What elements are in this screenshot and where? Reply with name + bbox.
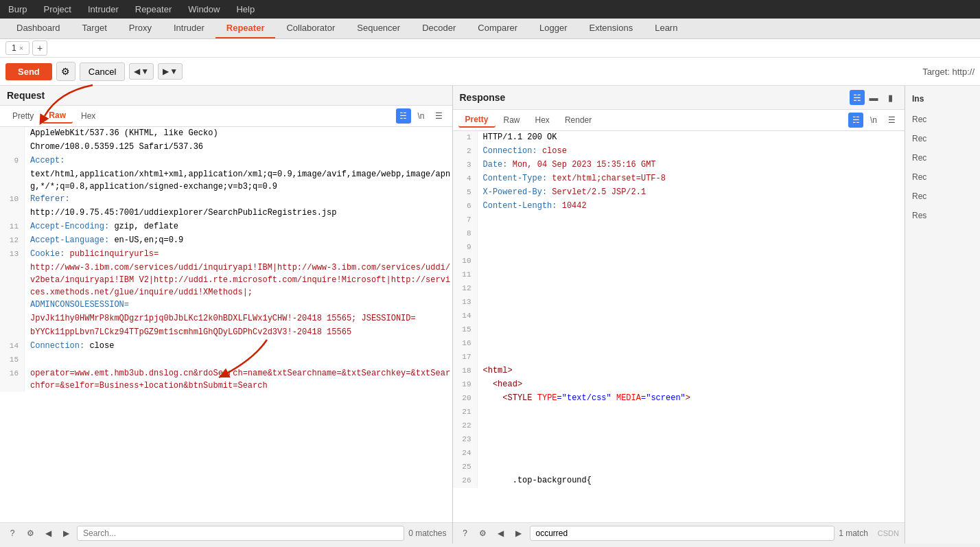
send-button[interactable]: Send bbox=[5, 63, 52, 80]
tab-decoder[interactable]: Decoder bbox=[411, 19, 467, 38]
response-bottom-bar: ? ⚙ ◀ ▶ 1 match CSDN bbox=[453, 522, 905, 544]
response-code-area[interactable]: 1 HTTP/1.1 200 OK 2 Connection: close 3 … bbox=[453, 131, 905, 522]
code-line: 15 bbox=[0, 353, 452, 367]
nav-back-dropdown[interactable]: ▼ bbox=[141, 67, 149, 76]
code-line: http://10.9.75.45:7001/uddiexplorer/Sear… bbox=[0, 207, 452, 220]
nav-back-icon[interactable]: ◀ bbox=[134, 67, 140, 76]
menu-burp[interactable]: Burp bbox=[5, 3, 30, 16]
resp-line-23: 23 bbox=[453, 433, 905, 447]
code-line: text/html,application/xhtml+xml,applicat… bbox=[0, 168, 452, 193]
request-code-area[interactable]: AppleWebKit/537.36 (KHTML, like Gecko) C… bbox=[0, 127, 452, 522]
tab-comparer[interactable]: Comparer bbox=[467, 19, 528, 38]
tab-repeater[interactable]: Repeater bbox=[215, 19, 276, 38]
resp-line-18: 18 <html> bbox=[453, 364, 905, 378]
tab-extensions[interactable]: Extensions bbox=[579, 19, 644, 38]
resp-view-split-h[interactable]: ▬ bbox=[866, 90, 881, 105]
resp-line-3: 3 Date: Mon, 04 Sep 2023 15:35:16 GMT bbox=[453, 159, 905, 172]
req-tab-pretty[interactable]: Pretty bbox=[5, 109, 40, 123]
sidebar-item-res[interactable]: Res bbox=[905, 207, 980, 224]
resp-view-icon-menu[interactable]: ☰ bbox=[884, 113, 899, 128]
tab-intruder[interactable]: Intruder bbox=[163, 19, 215, 38]
menu-help[interactable]: Help bbox=[233, 3, 257, 16]
code-line: 13 Cookie: publicinquiryurls= bbox=[0, 248, 452, 261]
tab-collaborator[interactable]: Collaborator bbox=[275, 19, 346, 38]
req-bottom-settings-icon[interactable]: ⚙ bbox=[23, 526, 37, 540]
code-line: ADMINCONSOLESESSION= bbox=[0, 299, 452, 312]
code-line: http://www-3.ibm.com/services/uddi/inqui… bbox=[0, 261, 452, 299]
menu-bar: Burp Project Intruder Repeater Window He… bbox=[0, 0, 980, 19]
tab-learn[interactable]: Learn bbox=[644, 19, 688, 38]
settings-button[interactable]: ⚙ bbox=[56, 62, 75, 81]
nav-forward-group[interactable]: ▶ ▼ bbox=[158, 63, 183, 80]
response-search-input[interactable] bbox=[530, 526, 835, 541]
watermark: CSDN bbox=[878, 529, 899, 537]
tab-dashboard[interactable]: Dashboard bbox=[5, 19, 71, 38]
resp-tab-raw[interactable]: Raw bbox=[497, 113, 527, 127]
response-sub-tabs: Pretty Raw Hex Render ☵ \n ☰ bbox=[453, 110, 905, 131]
request-panel: Request Pretty Raw Hex ☵ \n ☰ AppleWebKi… bbox=[0, 86, 453, 544]
response-view-icons: ☵ ▬ ▮ bbox=[850, 90, 898, 105]
resp-line-11: 11 bbox=[453, 268, 905, 282]
resp-bottom-help-icon[interactable]: ? bbox=[458, 526, 472, 540]
tab-1-label: 1 bbox=[12, 43, 16, 53]
tab-proxy[interactable]: Proxy bbox=[118, 19, 163, 38]
code-line: 12 Accept-Language: en-US,en;q=0.9 bbox=[0, 234, 452, 248]
resp-view-icon-wrap[interactable]: \n bbox=[866, 113, 881, 128]
req-view-icon-table[interactable]: ☵ bbox=[396, 108, 411, 124]
tab-target[interactable]: Target bbox=[71, 19, 118, 38]
nav-forward-icon[interactable]: ▶ bbox=[163, 67, 169, 76]
menu-intruder[interactable]: Intruder bbox=[85, 3, 121, 16]
code-line: 14 Connection: close bbox=[0, 340, 452, 353]
menu-project[interactable]: Project bbox=[40, 3, 73, 16]
req-view-icon-wrap[interactable]: \n bbox=[414, 108, 429, 124]
menu-repeater[interactable]: Repeater bbox=[132, 3, 174, 16]
req-view-icon-menu[interactable]: ☰ bbox=[432, 108, 447, 124]
req-tab-hex[interactable]: Hex bbox=[74, 109, 102, 123]
tab-logger[interactable]: Logger bbox=[528, 19, 578, 38]
resp-line-6: 6 Content-Length: 10442 bbox=[453, 200, 905, 213]
resp-line-16: 16 bbox=[453, 337, 905, 351]
req-bottom-forward-icon[interactable]: ▶ bbox=[59, 526, 73, 540]
resp-bottom-settings-icon[interactable]: ⚙ bbox=[476, 526, 490, 540]
code-line: 10 Referer: bbox=[0, 193, 452, 207]
sidebar-item-rec-5[interactable]: Rec bbox=[905, 187, 980, 205]
resp-view-table[interactable]: ☵ bbox=[850, 90, 865, 105]
resp-line-4: 4 Content-Type: text/html;charset=UTF-8 bbox=[453, 172, 905, 186]
request-sub-tabs: Pretty Raw Hex ☵ \n ☰ bbox=[0, 106, 452, 127]
nav-back-group[interactable]: ◀ ▼ bbox=[129, 63, 154, 80]
resp-view-icon-table[interactable]: ☵ bbox=[848, 113, 863, 128]
sidebar-panel: Ins Rec Rec Rec Rec Rec Res bbox=[905, 86, 980, 544]
resp-line-12: 12 bbox=[453, 282, 905, 296]
sidebar-item-rec-1[interactable]: Rec bbox=[905, 110, 980, 128]
req-tab-raw[interactable]: Raw bbox=[42, 108, 73, 124]
response-panel: Response ☵ ▬ ▮ Pretty Raw Hex Render ☵ \… bbox=[453, 86, 905, 544]
tab-sequencer[interactable]: Sequencer bbox=[346, 19, 411, 38]
resp-line-13: 13 bbox=[453, 296, 905, 310]
resp-tab-hex[interactable]: Hex bbox=[528, 113, 557, 127]
sidebar-item-rec-3[interactable]: Rec bbox=[905, 149, 980, 167]
resp-line-8: 8 bbox=[453, 227, 905, 241]
resp-bottom-back-icon[interactable]: ◀ bbox=[494, 526, 508, 540]
tab-add-button[interactable]: + bbox=[32, 40, 47, 56]
nav-tabs: Dashboard Target Proxy Intruder Repeater… bbox=[0, 19, 980, 39]
sidebar-item-rec-2[interactable]: Rec bbox=[905, 130, 980, 148]
menu-window[interactable]: Window bbox=[185, 3, 222, 16]
code-line: Chrome/108.0.5359.125 Safari/537.36 bbox=[0, 141, 452, 154]
tab-1-close[interactable]: × bbox=[19, 44, 23, 52]
req-bottom-back-icon[interactable]: ◀ bbox=[41, 526, 55, 540]
resp-line-19: 19 <head> bbox=[453, 378, 905, 392]
resp-view-split-v[interactable]: ▮ bbox=[883, 90, 898, 105]
sidebar-item-rec-4[interactable]: Rec bbox=[905, 168, 980, 186]
tab-1[interactable]: 1 × bbox=[5, 41, 30, 55]
resp-line-14: 14 bbox=[453, 310, 905, 323]
resp-bottom-forward-icon[interactable]: ▶ bbox=[512, 526, 526, 540]
cancel-button[interactable]: Cancel bbox=[80, 62, 125, 81]
req-bottom-help-icon[interactable]: ? bbox=[5, 526, 19, 540]
request-search-input[interactable] bbox=[77, 526, 404, 541]
resp-tab-pretty[interactable]: Pretty bbox=[458, 113, 495, 128]
resp-tab-render[interactable]: Render bbox=[558, 113, 598, 127]
nav-forward-dropdown[interactable]: ▼ bbox=[170, 67, 178, 76]
resp-line-15: 15 bbox=[453, 323, 905, 337]
toolbar: Send ⚙ Cancel ◀ ▼ ▶ ▼ Target: http:// bbox=[0, 58, 980, 86]
response-title: Response bbox=[460, 92, 506, 103]
